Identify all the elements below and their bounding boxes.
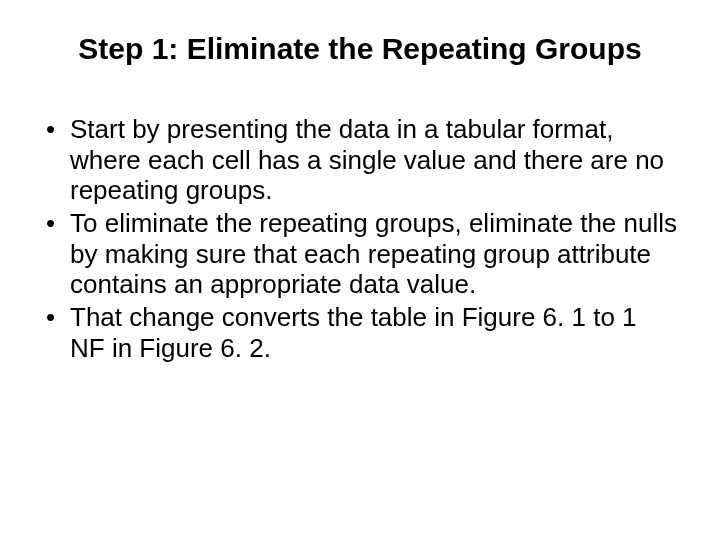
slide-title: Step 1: Eliminate the Repeating Groups — [36, 32, 684, 66]
list-item: Start by presenting the data in a tabula… — [42, 114, 678, 206]
list-item: That change converts the table in Figure… — [42, 302, 678, 363]
slide-body: Start by presenting the data in a tabula… — [36, 114, 684, 363]
list-item: To eliminate the repeating groups, elimi… — [42, 208, 678, 300]
slide: Step 1: Eliminate the Repeating Groups S… — [0, 0, 720, 540]
bullet-list: Start by presenting the data in a tabula… — [42, 114, 678, 363]
